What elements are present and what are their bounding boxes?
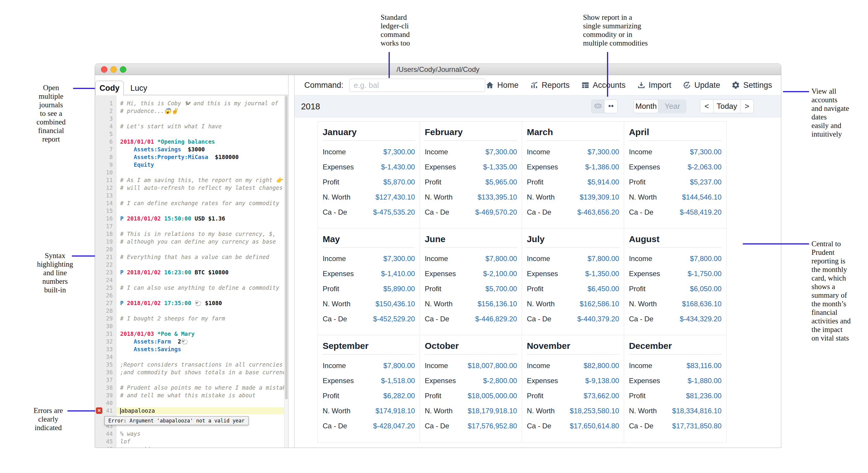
month-card-june: JuneIncome$7,800.00Expenses$-2,100.00Pro… <box>420 229 522 336</box>
editor-line[interactable]: 22 <box>95 261 284 268</box>
stat-value: $7,300.00 <box>485 148 517 156</box>
editor-scrollbar-thumb[interactable] <box>285 96 288 399</box>
editor-line[interactable]: 5 <box>95 130 284 138</box>
stat-value: $-440,379.20 <box>578 315 619 323</box>
single-commodity-toggle[interactable] <box>591 100 604 113</box>
month-title: November <box>527 341 619 351</box>
editor-line[interactable]: 13 <box>95 192 284 199</box>
nav-home-button[interactable]: Home <box>485 81 519 90</box>
editor-line[interactable]: 40 <box>95 399 284 407</box>
report-toolbar: 2018 Month Year < Today > <box>294 95 781 117</box>
editor-line[interactable]: 44% ways <box>95 430 284 438</box>
editor-line[interactable]: 20 <box>95 245 284 253</box>
editor-line[interactable]: 45lof <box>95 438 284 445</box>
editor-line[interactable]: 62018/01/01 *Opening balances <box>95 138 284 145</box>
month-title: June <box>425 234 517 244</box>
editor-line[interactable]: 3 <box>95 115 284 123</box>
editor-line[interactable]: 312018/01/03 *Poe & Mary <box>95 330 284 338</box>
editor-line[interactable]: 46*commenting <box>95 445 284 448</box>
stat-row: Income$7,300.00 <box>425 148 517 156</box>
tab-label: Cody <box>99 84 120 93</box>
editor-line[interactable]: 15 <box>95 207 284 215</box>
month-title: March <box>527 127 619 137</box>
stat-value: $-1,430.00 <box>381 163 415 171</box>
editor-line[interactable]: 4# Let's start with what I have <box>95 123 284 130</box>
view-year-button[interactable]: Year <box>658 99 686 113</box>
annotation-connector <box>389 52 390 78</box>
nav-settings-button[interactable]: Settings <box>731 81 772 90</box>
line-number: 25 <box>95 284 117 291</box>
multi-commodity-toggle[interactable] <box>604 100 618 113</box>
line-number: 16 <box>95 215 117 222</box>
editor-line[interactable]: 25# I can also use anything to define a … <box>95 284 284 292</box>
stat-value: $7,800.00 <box>690 255 721 263</box>
nav-update-button[interactable]: Update <box>682 81 720 90</box>
annotation-text-line: Prudent <box>811 248 851 257</box>
editor-line[interactable]: 23P 2018/01/02 16:23:00 BTC $10800 <box>95 268 284 276</box>
next-period-button[interactable]: > <box>740 99 754 113</box>
editor-line[interactable]: 17 <box>95 222 284 230</box>
editor-line[interactable]: 27P 2018/01/02 17:35:00 🐑 $1080 <box>95 299 284 307</box>
stat-value: $17,576,952.80 <box>468 422 517 430</box>
stat-row: Ca - De$-434,329.20 <box>629 315 721 323</box>
annotation-text-line: ledger-cli <box>380 22 410 30</box>
editor-line[interactable]: 18# This is in relations to my base curr… <box>95 230 284 238</box>
annotation-text-line: card, which <box>811 274 851 282</box>
editor-line[interactable]: 38# Prudent also points me to where I ma… <box>95 384 284 392</box>
editor-line[interactable]: 12# will auto-refresh to reflect my late… <box>95 184 284 192</box>
error-icon[interactable]: ✕ <box>96 407 102 414</box>
card-divider <box>527 140 619 141</box>
nav-reports-button[interactable]: Reports <box>530 81 570 90</box>
editor-line[interactable]: 19# although you can define any currency… <box>95 238 284 245</box>
editor-line[interactable]: 16P 2018/01/02 15:50:00 USD $1.36 <box>95 215 284 222</box>
stat-row: N. Worth$18,253,580.10 <box>527 407 619 415</box>
tab-lucy[interactable]: Lucy <box>124 81 154 95</box>
editor-line[interactable]: 28 <box>95 307 284 314</box>
editor-line[interactable]: 41abapalooza <box>95 407 284 414</box>
editor-line[interactable]: 35;Report considers transactions in all … <box>95 361 284 368</box>
pane-splitter[interactable] <box>288 75 294 448</box>
editor-line[interactable]: 1# Hi, this is Coby 🐿 and this is my jou… <box>95 99 284 107</box>
tab-cody[interactable]: Cody <box>95 81 124 95</box>
editor-line[interactable]: 7 Assets:Savings $3000 <box>95 145 284 153</box>
line-number: 11 <box>95 177 117 183</box>
journal-tab-bar: Cody Lucy <box>95 75 288 95</box>
line-code: P 2018/01/02 16:23:00 BTC $10800 <box>117 269 284 275</box>
today-button[interactable]: Today <box>713 99 740 113</box>
editor-line[interactable]: 29# I bought 2 sheeps for my farm <box>95 314 284 322</box>
stat-row: N. Worth$18,179,918.10 <box>425 407 517 415</box>
editor-line[interactable]: 37 <box>95 376 284 384</box>
stat-row: Profit$5,237.00 <box>629 178 721 186</box>
editor-line[interactable]: 30 <box>95 322 284 330</box>
editor-line[interactable]: 11# As I am saving this, the report on m… <box>95 176 284 184</box>
editor-line[interactable]: 8 Assets:Property:MiCasa $180000 <box>95 153 284 161</box>
editor-line[interactable]: 33 Assets:Savings <box>95 345 284 353</box>
annotation-connector <box>743 243 809 244</box>
editor-line[interactable]: 14# I can define exchange rates for any … <box>95 199 284 207</box>
line-number: 7 <box>95 146 117 153</box>
prev-period-button[interactable]: < <box>700 99 714 113</box>
editor-line[interactable]: 34 <box>95 353 284 361</box>
editor-line[interactable]: 26 <box>95 292 284 299</box>
stat-value: $7,300.00 <box>587 148 619 156</box>
editor-scrollbar[interactable] <box>284 95 288 448</box>
view-month-button[interactable]: Month <box>633 99 658 113</box>
editor-line[interactable]: 10 <box>95 169 284 176</box>
editor-line[interactable]: 36;and commodity but shows totals in a b… <box>95 368 284 376</box>
line-number: 20 <box>95 246 117 252</box>
command-input[interactable] <box>349 79 485 92</box>
stat-label: Expenses <box>527 163 558 171</box>
stat-label: Profit <box>322 392 339 400</box>
nav-accounts-button[interactable]: Accounts <box>581 81 626 90</box>
line-number: 29 <box>95 315 117 322</box>
editor-line[interactable]: 39# and tell me what this mistake is abo… <box>95 392 284 399</box>
journal-editor[interactable]: 1# Hi, this is Coby 🐿 and this is my jou… <box>95 95 288 448</box>
editor-line[interactable]: 21# Everything that has a value can be d… <box>95 253 284 261</box>
line-code: *commenting <box>117 446 284 448</box>
editor-line[interactable]: 24 <box>95 276 284 284</box>
editor-line[interactable]: 32 Assets:Farm 2🐑 <box>95 338 284 345</box>
editor-line[interactable]: 9 Equity <box>95 161 284 169</box>
stat-value: $-1,410.00 <box>381 270 415 278</box>
editor-line[interactable]: 2# prudence...😱✌️ <box>95 107 284 115</box>
nav-import-button[interactable]: Import <box>637 81 672 90</box>
